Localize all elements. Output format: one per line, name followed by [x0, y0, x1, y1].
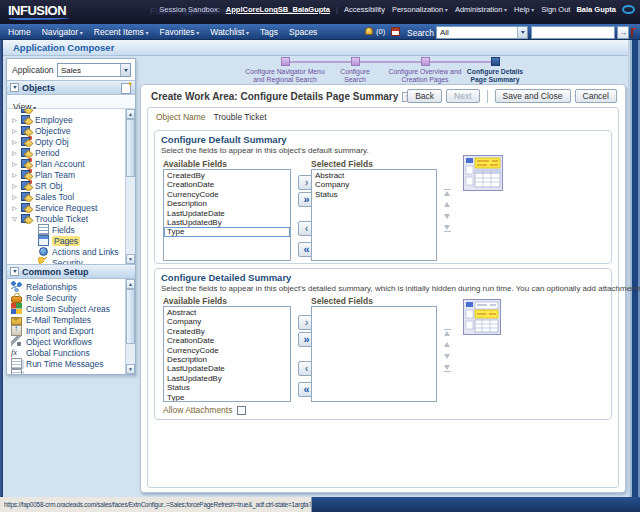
scroll-down-icon[interactable]: ▼	[126, 254, 135, 264]
list-item[interactable]: Company	[164, 317, 290, 326]
scrollbar-thumb[interactable]	[126, 289, 135, 344]
available-fields-list[interactable]: AbstractCompanyCreatedByCreationDateCurr…	[163, 306, 291, 402]
session-sandbox-link[interactable]: ApplCoreLongSB_BalaGupta	[226, 5, 330, 14]
common-setup-scrollbar[interactable]: ▲ ▼	[125, 279, 135, 374]
caret-icon[interactable]	[11, 182, 18, 189]
tree-item[interactable]: Sales Tool	[7, 191, 124, 202]
common-setup-item[interactable]: Run Time Messages	[7, 358, 124, 369]
caret-icon[interactable]	[11, 204, 18, 211]
header-link[interactable]: Administration	[455, 5, 507, 14]
move-up-icon[interactable]	[443, 341, 452, 348]
list-item[interactable]: CreationDate	[164, 336, 290, 345]
train-step-icon[interactable]	[351, 57, 360, 66]
list-item[interactable]: Abstract	[164, 308, 290, 317]
scroll-down-icon[interactable]: ▼	[126, 364, 135, 374]
list-item[interactable]: LastUpdatedBy	[164, 218, 290, 227]
train-step[interactable]: Configure Navigator Menu and Regional Se…	[250, 57, 320, 83]
move-down-icon[interactable]	[443, 213, 452, 220]
header-link[interactable]: Personalization	[392, 5, 448, 14]
common-setup-section-header[interactable]: Common Setup	[7, 264, 135, 279]
list-item[interactable]: Type	[164, 227, 290, 236]
allow-attachments-checkbox[interactable]	[237, 406, 246, 415]
train-step[interactable]: Configure Details Page Summary	[460, 57, 530, 83]
menu-item[interactable]: Tags	[260, 27, 278, 37]
notifications-bell-icon[interactable]	[365, 27, 373, 35]
header-link[interactable]: Accessibility	[344, 5, 385, 14]
selected-fields-list[interactable]: AbstractCompanyStatus	[311, 169, 437, 261]
cancel-button[interactable]: Cancel	[575, 89, 617, 103]
objects-section-header[interactable]: Objects	[7, 80, 135, 95]
header-link[interactable]: Sign Out	[541, 5, 570, 14]
list-item[interactable]: LastUpdatedBy	[164, 374, 290, 383]
chevron-down-icon[interactable]	[517, 27, 527, 38]
list-item[interactable]: CurrencyCode	[164, 346, 290, 355]
tree-item[interactable]: Opty Obj	[7, 136, 124, 147]
train-step-icon[interactable]	[281, 57, 290, 66]
tree-item[interactable]: Period	[7, 147, 124, 158]
scroll-up-icon[interactable]: ▲	[126, 109, 135, 119]
menu-item[interactable]: Favorites	[160, 27, 200, 37]
search-go-button[interactable]: →	[617, 26, 629, 39]
tree-item[interactable]: Security	[7, 257, 124, 264]
caret-icon[interactable]	[11, 138, 18, 145]
saved-search-icon[interactable]	[631, 28, 638, 37]
list-item[interactable]: Company	[312, 180, 436, 189]
tree-item[interactable]: Plan Team	[7, 169, 124, 180]
save-and-close-button[interactable]: Save and Close	[495, 89, 571, 103]
menu-item[interactable]: Home	[8, 27, 31, 37]
collapse-icon[interactable]	[10, 267, 19, 276]
common-setup-item[interactable]: E-Mail Templates	[7, 314, 124, 325]
menu-item[interactable]: Spaces	[289, 27, 317, 37]
move-bottom-icon[interactable]	[443, 365, 452, 372]
common-setup-item[interactable]: Global Functions	[7, 347, 124, 358]
move-top-icon[interactable]	[443, 189, 452, 196]
list-item[interactable]: LastUpdateDate	[164, 364, 290, 373]
common-setup-item[interactable]: Role Security	[7, 292, 124, 303]
move-bottom-icon[interactable]	[443, 225, 452, 232]
selected-fields-list[interactable]	[311, 306, 437, 402]
common-setup-item[interactable]: Custom Subject Areas	[7, 303, 124, 314]
global-search-input[interactable]	[531, 26, 615, 39]
common-setup-item[interactable]: Object Workflows	[7, 336, 124, 347]
caret-icon[interactable]	[11, 127, 18, 134]
caret-icon[interactable]	[11, 116, 18, 123]
menu-item[interactable]: Watchlist	[210, 27, 249, 37]
calendar-icon[interactable]	[391, 27, 400, 36]
list-item[interactable]: Abstract	[312, 171, 436, 180]
list-item[interactable]: Type	[164, 393, 290, 402]
tree-item[interactable]: SR Obj	[7, 180, 124, 191]
available-fields-list[interactable]: CreatedByCreationDateCurrencyCodeDescrip…	[163, 169, 291, 261]
caret-icon[interactable]	[11, 193, 18, 200]
objects-tree-scrollbar[interactable]: ▲ ▼	[125, 109, 135, 264]
caret-icon[interactable]	[11, 171, 18, 178]
caret-icon[interactable]	[11, 160, 18, 167]
new-object-icon[interactable]	[121, 83, 131, 94]
application-select[interactable]: Sales	[57, 63, 131, 77]
train-step-icon[interactable]	[491, 57, 500, 66]
menu-item[interactable]: Navigator	[42, 27, 83, 37]
collapse-icon[interactable]	[10, 83, 19, 92]
list-item[interactable]: Description	[164, 199, 290, 208]
caret-icon[interactable]	[11, 149, 18, 156]
back-button[interactable]: Back	[407, 89, 442, 103]
tree-item[interactable]: Objective	[7, 125, 124, 136]
train-step-icon[interactable]	[421, 57, 430, 66]
tree-item[interactable]: Trouble Ticket	[7, 213, 124, 224]
header-link[interactable]: Help	[514, 5, 534, 14]
list-item[interactable]: CreationDate	[164, 180, 290, 189]
tree-item[interactable]: Pages	[7, 235, 124, 246]
tree-item[interactable]: Service Request	[7, 202, 124, 213]
menu-item[interactable]: Recent Items	[94, 27, 149, 37]
tree-item[interactable]: Actions and Links	[7, 246, 124, 257]
common-setup-item-clipped[interactable]	[7, 369, 124, 374]
tree-item[interactable]: Plan Account	[7, 158, 124, 169]
list-item[interactable]: LastUpdateDate	[164, 209, 290, 218]
tree-item[interactable]: Fields	[7, 224, 124, 235]
common-setup-item[interactable]: Relationships	[7, 281, 124, 292]
move-up-icon[interactable]	[443, 201, 452, 208]
move-down-icon[interactable]	[443, 353, 452, 360]
list-item[interactable]: Description	[164, 355, 290, 364]
common-setup-item[interactable]: Import and Export	[7, 325, 124, 336]
list-item[interactable]: Status	[164, 383, 290, 392]
search-scope-select[interactable]: All	[436, 26, 528, 39]
